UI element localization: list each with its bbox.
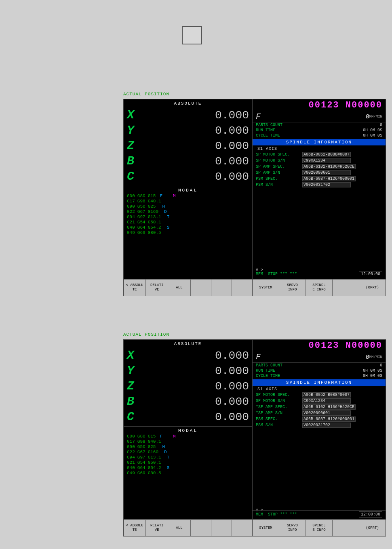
mc-g94: G94 bbox=[127, 215, 135, 219]
run-time-row-bottom: RUN TIME 0H 0M 0S bbox=[253, 368, 386, 373]
run-time-label-top: RUN TIME bbox=[256, 128, 275, 133]
c-label-top: C bbox=[127, 170, 141, 183]
modal-header-top: MODAL bbox=[127, 188, 249, 193]
softkey-empty1-bottom bbox=[191, 520, 211, 536]
softkey-system-bottom[interactable]: SYSTEM bbox=[253, 520, 279, 536]
x-value-top: 0.000 bbox=[215, 109, 249, 122]
spec-label-4-top: SP AMP S/N bbox=[256, 170, 302, 175]
mc-g15: G15 bbox=[148, 194, 156, 198]
mc-g401: G40.1 bbox=[148, 199, 161, 204]
spec-value-4-top: V0020090601 bbox=[302, 170, 351, 175]
softkey-empty3-bottom bbox=[232, 520, 252, 536]
c-value-top: 0.000 bbox=[215, 170, 249, 183]
mc-g6160: G160 bbox=[148, 209, 158, 214]
softkey-relative-bottom[interactable]: RELATIVE bbox=[146, 520, 168, 536]
softkey-bar-right-top: SYSTEM SERVOINFO SPINDLE INFO (OPRT) bbox=[253, 279, 386, 296]
absolute-header-bottom: ABSOLUTE bbox=[124, 340, 252, 348]
mc-g80: G80 bbox=[137, 194, 145, 198]
spec-value-5-bottom: A06B-6087-H126#000001 bbox=[302, 416, 356, 422]
modal-header-bottom: MODAL bbox=[127, 428, 249, 433]
softkey-servo-info-top[interactable]: SERVOINFO bbox=[279, 280, 306, 296]
mc-g131: G13.1 bbox=[148, 215, 161, 219]
mc-g00: G00 bbox=[127, 194, 135, 198]
left-panel-top: ABSOLUTE X 0.000 Y 0.000 Z 0.000 B 0.000… bbox=[123, 99, 253, 296]
spec-value-1-bottom: A06B-0052-B088#0007 bbox=[302, 392, 351, 398]
mc-d: D bbox=[164, 209, 167, 214]
modal-row-7: G40 G64 G54.2 S bbox=[127, 225, 249, 230]
s1-axis-top: S1 AXIS bbox=[253, 146, 386, 151]
mc-t: T bbox=[167, 215, 170, 219]
axis-row-b-top: B 0.000 bbox=[124, 154, 252, 169]
y-label-top: Y bbox=[127, 124, 141, 137]
parts-count-label-top: PARTS COUNT bbox=[256, 123, 282, 127]
modal-row-6: G21 G54 G50.1 bbox=[127, 220, 249, 225]
spec-value-6-bottom: V0020031702 bbox=[302, 423, 351, 428]
spec-label-1-top: SP MOTOR SPEC. bbox=[256, 152, 302, 157]
softkey-bar-left-bottom: < ABSOLUTE RELATIVE ALL bbox=[124, 519, 252, 536]
softkey-all-bottom[interactable]: ALL bbox=[168, 520, 190, 536]
spec-row-3-top: SP AMP SPEC. A06B-6102-H106#H520CE bbox=[253, 164, 386, 170]
run-time-label-bottom: RUN TIME bbox=[256, 368, 275, 373]
softkey-spindle-info-top[interactable]: SPINDLE INFO bbox=[306, 280, 333, 296]
softkey-spindle-info-bottom[interactable]: SPINDLE INFO bbox=[306, 520, 333, 536]
right-panel-top: 00123 N00000 F Ø MM/MIN PARTS COUNT 0 RU… bbox=[253, 99, 386, 296]
z-value-top: 0.000 bbox=[215, 140, 249, 152]
mc-g501: G50.1 bbox=[148, 220, 161, 225]
right-panel-bottom: 00123 N00000 F Ø MM/MIN PARTS COUNT 0 RU… bbox=[253, 339, 386, 536]
spec-value-4-bottom: V0020090601 bbox=[302, 410, 351, 416]
mc-g67: G67 bbox=[137, 209, 145, 214]
softkey-absolute-bottom[interactable]: < ABSOLUTE bbox=[124, 520, 146, 536]
program-id-top: 00123 N00000 bbox=[253, 99, 386, 111]
softkey-oprt-top[interactable]: (OPRT) bbox=[359, 280, 386, 296]
axis-row-y-bottom: Y 0.000 bbox=[124, 363, 252, 379]
axis-row-b-bottom: B 0.000 bbox=[124, 394, 252, 409]
modal-row-2b: G17 G98 G40.1 bbox=[127, 439, 249, 444]
spindle-info-header-bottom: SPINDLE INFORMATION bbox=[253, 379, 386, 386]
small-box bbox=[182, 26, 202, 44]
spec-value-5-top: A06B-6087-H126#000001 bbox=[302, 176, 356, 181]
spec-row-5-top: PSM SPEC. A06B-6087-H126#000001 bbox=[253, 176, 386, 182]
modal-row-4b: G22 G67 G160 D bbox=[127, 450, 249, 454]
mc-f: F bbox=[160, 194, 162, 198]
f-line-top: F Ø MM/MIN bbox=[253, 111, 386, 122]
softkey-oprt-bottom[interactable]: (OPRT) bbox=[359, 520, 386, 536]
mc-g54: G54 bbox=[137, 220, 145, 225]
spec-row-1-top: SP MOTOR SPEC. A06B-0052-B088#0007 bbox=[253, 151, 386, 158]
status-mem-bottom: MEM STOP *** *** bbox=[256, 512, 297, 517]
cycle-time-value-top: 0H 0M 0S bbox=[363, 133, 382, 138]
softkey-absolute-top[interactable]: < ABSOLUTE bbox=[124, 280, 146, 296]
mc-g17: G17 bbox=[127, 199, 135, 204]
softkey-system-top[interactable]: SYSTEM bbox=[253, 280, 279, 296]
spec-row-6-bottom: PSM S/N V0020031702 bbox=[253, 422, 386, 428]
status-time-top: 12:00:00 bbox=[359, 271, 382, 277]
softkey-empty2-bottom bbox=[211, 520, 232, 536]
mc-g40: G40 bbox=[127, 225, 135, 230]
modal-row-7b: G40 G64 G54.2 S bbox=[127, 465, 249, 470]
spec-row-3-bottom: *SP AMP SPEC. A06B-6102-H106#H520CE bbox=[253, 404, 386, 410]
z-value-bottom: 0.000 bbox=[215, 380, 249, 393]
run-time-value-bottom: 0H 0M 0S bbox=[363, 368, 382, 373]
softkey-empty1-top bbox=[191, 280, 211, 296]
softkey-servo-info-bottom[interactable]: SERVOINFO bbox=[279, 520, 306, 536]
softkey-all-top[interactable]: ALL bbox=[168, 280, 190, 296]
f-zero-top: Ø bbox=[366, 114, 369, 120]
spec-label-4-bottom: *SP AMP S/N bbox=[256, 411, 302, 415]
modal-row-2: G17 G98 G40.1 bbox=[127, 199, 249, 204]
axis-row-c-bottom: C 0.000 bbox=[124, 409, 252, 425]
mc-s: S bbox=[167, 225, 170, 230]
spec-label-3-bottom: *SP AMP SPEC. bbox=[256, 405, 302, 409]
cycle-time-row-top: CYCLE TIME 0H 0M 0S bbox=[253, 133, 386, 138]
spec-value-1-top: A06B-0052-B088#0007 bbox=[302, 152, 351, 157]
spec-row-4-top: SP AMP S/N V0020090601 bbox=[253, 170, 386, 176]
mc-g21: G21 bbox=[127, 220, 135, 225]
f-label-top: F bbox=[256, 112, 261, 121]
axis-row-y-top: Y 0.000 bbox=[124, 123, 252, 138]
mc-g49: G49 bbox=[127, 230, 135, 235]
spec-row-2-top: SP MOTOR S/N C99XA1234 bbox=[253, 158, 386, 164]
parts-count-label-bottom: PARTS COUNT bbox=[256, 363, 282, 368]
softkey-relative-top[interactable]: RELATIVE bbox=[146, 280, 168, 296]
modal-section-top: MODAL G00 G80 G15 F M G17 G98 G40.1 G90 … bbox=[124, 186, 252, 237]
run-time-row-top: RUN TIME 0H 0M 0S bbox=[253, 128, 386, 133]
spec-value-2-top: C99XA1234 bbox=[302, 158, 351, 163]
modal-row-1b: G00 G80 G15 F M bbox=[127, 434, 249, 439]
